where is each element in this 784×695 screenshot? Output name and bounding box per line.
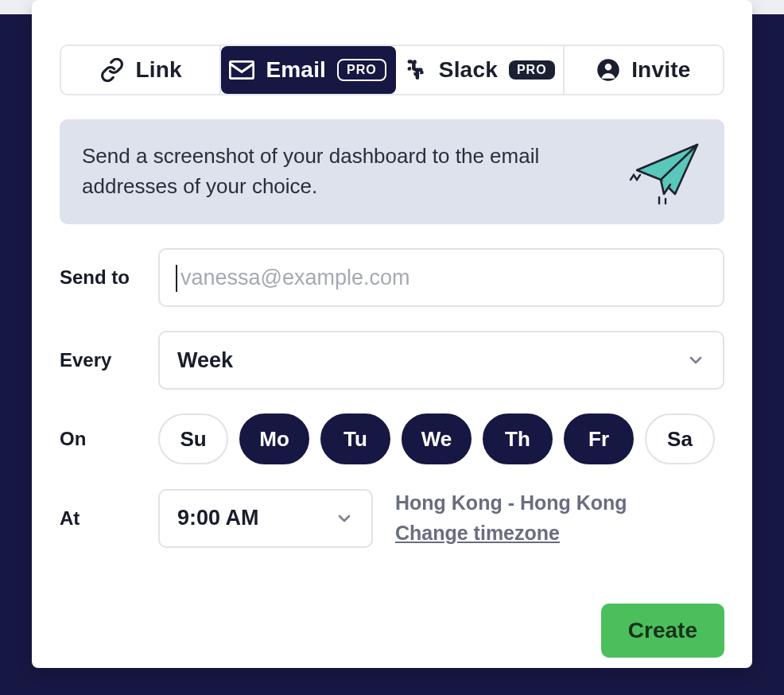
user-icon [596, 58, 620, 82]
day-fr[interactable]: Fr [564, 414, 634, 464]
timezone-value: Hong Kong - Hong Kong [395, 488, 627, 518]
day-th[interactable]: Th [483, 414, 553, 464]
day-sa[interactable]: Sa [645, 414, 715, 464]
tab-slack[interactable]: Slack PRO [396, 46, 565, 94]
label-send-to: Send to [60, 266, 158, 289]
tab-link-label: Link [136, 57, 182, 83]
tab-invite-label: Invite [631, 57, 690, 83]
text-cursor [176, 265, 177, 292]
slack-icon [404, 58, 428, 82]
label-every: Every [60, 349, 158, 371]
chevron-down-icon [686, 351, 705, 370]
day-su[interactable]: Su [158, 414, 228, 464]
chevron-down-icon [335, 509, 354, 528]
tab-slack-label: Slack [439, 57, 498, 83]
day-mo[interactable]: Mo [239, 414, 309, 464]
label-at: At [60, 507, 158, 530]
info-banner: Send a screenshot of your dashboard to t… [60, 119, 724, 224]
send-to-placeholder: vanessa@example.com [180, 266, 410, 290]
tab-invite[interactable]: Invite [565, 46, 723, 94]
share-tabs: Link Email PRO Slack PRO Invite [60, 45, 724, 95]
email-icon [229, 60, 254, 80]
every-value: Week [177, 348, 233, 373]
share-modal: Link Email PRO Slack PRO Invite [32, 0, 752, 668]
slack-pro-badge: PRO [509, 60, 555, 80]
timezone-block: Hong Kong - Hong Kong Change timezone [395, 488, 627, 548]
tab-link[interactable]: Link [61, 46, 221, 94]
row-at: At 9:00 AM Hong Kong - Hong Kong Change … [60, 488, 724, 548]
link-icon [99, 57, 125, 83]
send-to-input[interactable]: vanessa@example.com [158, 248, 724, 307]
day-picker: Su Mo Tu We Th Fr Sa [158, 414, 715, 464]
email-pro-badge: PRO [337, 59, 386, 81]
row-on: On Su Mo Tu We Th Fr Sa [60, 414, 724, 464]
banner-text: Send a screenshot of your dashboard to t… [82, 142, 610, 201]
tab-email-label: Email [266, 57, 326, 83]
day-tu[interactable]: Tu [320, 414, 390, 464]
row-send-to: Send to vanessa@example.com [60, 248, 724, 307]
create-button[interactable]: Create [601, 604, 724, 658]
time-select[interactable]: 9:00 AM [158, 489, 373, 548]
day-we[interactable]: We [402, 414, 472, 464]
time-value: 9:00 AM [177, 506, 259, 530]
paper-plane-icon [626, 138, 702, 205]
row-every: Every Week [60, 331, 724, 390]
tab-email[interactable]: Email PRO [221, 46, 395, 94]
change-timezone-link[interactable]: Change timezone [395, 518, 627, 549]
every-select[interactable]: Week [158, 331, 724, 390]
label-on: On [60, 428, 158, 450]
modal-footer: Create [60, 604, 724, 658]
svg-point-1 [605, 64, 612, 71]
